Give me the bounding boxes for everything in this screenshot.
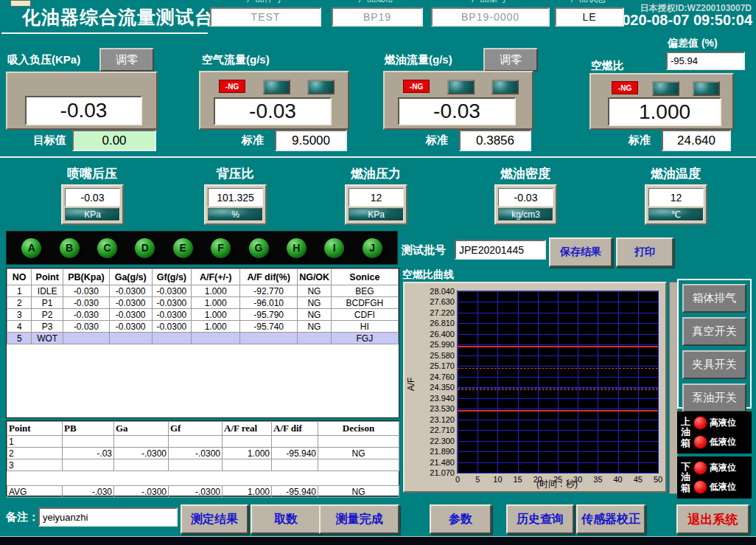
low-level-indicator-light xyxy=(693,435,707,449)
result-row-5[interactable]: 5WOTFGJ xyxy=(7,333,399,344)
deviation-label: 偏差值 (%) xyxy=(668,37,718,50)
summary-cell xyxy=(114,471,169,486)
summary-cell xyxy=(318,471,399,486)
result-cell: 3 xyxy=(7,309,32,321)
afr-status-lamp-1 xyxy=(652,81,679,96)
target-label: 目标值 xyxy=(33,133,66,147)
fuel-std-field[interactable]: 0.3856 xyxy=(459,130,531,151)
results-col-header: Gf(g/s) xyxy=(152,269,192,285)
summary-cell xyxy=(114,436,169,448)
gauge-value-1: -0.03 xyxy=(65,188,120,206)
summary-cell: -95.940 xyxy=(272,486,318,498)
section-divider xyxy=(0,156,756,158)
result-cell: 5 xyxy=(7,333,32,344)
afr-display: 1.000 xyxy=(608,97,721,126)
summary-cell xyxy=(169,471,223,486)
air-flow-panel: -NG -0.03 xyxy=(199,71,349,130)
params-button[interactable]: 参数 xyxy=(430,504,491,534)
summary-col-header: Decison xyxy=(318,422,399,436)
sonic-indicator-strip: ABCDEFGHIJ xyxy=(6,231,398,265)
gauge-unit-button-4[interactable]: kg/cm3 xyxy=(498,208,553,221)
result-cell xyxy=(192,333,240,344)
gauge-value-5: 12 xyxy=(648,188,704,206)
result-cell: -0.030 xyxy=(63,309,109,321)
gauge-unit-button-2[interactable]: % xyxy=(208,208,263,221)
result-row-1[interactable]: 1IDLE-0.030-0.0300-0.03001.000-92.770NGB… xyxy=(7,285,399,297)
result-cell: -0.0300 xyxy=(109,321,152,333)
result-row-2[interactable]: 2P1-0.030-0.0300-0.03001.000-96.010NGBCD… xyxy=(7,297,399,309)
results-col-header: Point xyxy=(32,269,63,285)
gauge-5: 12℃ xyxy=(645,184,707,225)
indicator-ball-B: B xyxy=(60,238,80,258)
y-tick-label: 26.400 xyxy=(430,330,455,339)
result-cell: NG xyxy=(298,309,332,321)
gauge-value-3: 12 xyxy=(349,188,404,206)
gauge-unit-button-5[interactable]: ℃ xyxy=(648,208,704,221)
product-field-label-4: 产品状态 xyxy=(555,0,621,4)
result-cell: P1 xyxy=(32,297,63,309)
exit-system-button[interactable]: 退出系统 xyxy=(676,504,749,534)
product-field-4[interactable]: LE xyxy=(555,7,624,27)
fixture-switch-button[interactable]: 夹具开关 xyxy=(682,350,746,379)
history-query-button[interactable]: 历史查询 xyxy=(506,504,574,534)
summary-table: PointPBGaGfA/F realA/F difDecison12-.03-… xyxy=(6,420,399,496)
zero-button-suction[interactable]: 调零 xyxy=(99,48,154,72)
note-input[interactable]: yeiyuanzhi xyxy=(38,507,178,527)
sensor-calibration-button[interactable]: 传感器校正 xyxy=(576,504,645,534)
zero-button-fuel[interactable]: 调零 xyxy=(483,48,538,72)
title-underline xyxy=(1,32,208,34)
result-cell: -0.0300 xyxy=(152,309,192,321)
result-cell: 1.000 xyxy=(192,285,240,297)
result-row-4[interactable]: 4P3-0.030-0.0300-0.03001.000-95.740NGHI xyxy=(7,321,399,333)
gauge-unit-button-1[interactable]: KPa xyxy=(65,208,120,221)
y-tick-label: 22.300 xyxy=(430,437,455,445)
result-row-3[interactable]: 3P2-0.030-0.0300-0.03001.000-95.790NGCDF… xyxy=(7,309,399,321)
suction-pressure-label: 吸入负压(KPa) xyxy=(7,53,80,67)
oil-pump-switch-button[interactable]: 泵油开关 xyxy=(682,383,746,412)
result-cell: CDFI xyxy=(331,309,398,321)
afr-std-field[interactable]: 24.640 xyxy=(662,130,731,151)
tank-level-rows: 高液位低液位 xyxy=(693,414,749,451)
gauge-unit-button-3[interactable]: KPa xyxy=(349,208,404,221)
batch-label: 测试批号 xyxy=(402,243,446,257)
y-tick-label: 25.990 xyxy=(430,340,455,349)
y-tick-label: 27.630 xyxy=(430,297,455,306)
air-std-label: 标准 xyxy=(242,133,264,147)
result-cell: P2 xyxy=(32,309,63,321)
summary-cell: 1 xyxy=(7,436,63,448)
summary-col-header: Gf xyxy=(169,422,223,436)
measure-result-button[interactable]: 测定结果 xyxy=(181,504,248,534)
v-gridline xyxy=(518,291,519,473)
app-window: 化油器综合流量测试台 日本授权ID:WZ200103007D 2020-08-0… xyxy=(0,0,756,545)
result-cell: HI xyxy=(331,321,398,333)
box-exhaust-button[interactable]: 箱体排气 xyxy=(682,284,746,313)
datetime: 2020-08-07 09:50:04 xyxy=(614,12,752,29)
target-value-field[interactable]: 0.00 xyxy=(72,130,156,151)
summary-col-header: PB xyxy=(63,422,114,436)
product-field-1[interactable]: TEST xyxy=(210,7,321,27)
result-cell xyxy=(152,333,192,344)
fetch-data-button[interactable]: 取数 xyxy=(251,504,321,534)
print-button[interactable]: 打印 xyxy=(616,237,673,267)
deviation-field: -95.94 xyxy=(666,52,745,70)
gauge-2: 101.325% xyxy=(204,184,267,225)
result-cell: FGJ xyxy=(331,333,398,344)
air-std-field[interactable]: 9.5000 xyxy=(275,130,347,151)
suction-pressure-panel: -0.03 xyxy=(6,72,158,130)
product-field-2[interactable]: BP19 xyxy=(332,7,423,27)
measure-complete-button[interactable]: 测量完成 xyxy=(319,504,399,534)
batch-input[interactable]: JPE20201445 xyxy=(455,240,546,260)
result-cell: -0.0300 xyxy=(109,297,152,309)
y-tick-label: 23.120 xyxy=(430,415,455,424)
indicator-ball-I: I xyxy=(324,238,344,258)
indicator-ball-G: G xyxy=(249,238,269,258)
summary-cell xyxy=(63,459,114,471)
level-label: 低液位 xyxy=(710,436,736,448)
summary-cell xyxy=(272,471,318,486)
vacuum-switch-button[interactable]: 真空开关 xyxy=(682,317,746,346)
save-results-button[interactable]: 保存结果 xyxy=(549,237,612,267)
product-field-3[interactable]: BP19-0000 xyxy=(431,7,550,27)
summary-cell: -.0300 xyxy=(114,486,169,498)
v-gridline xyxy=(578,291,578,473)
solid-reference-line xyxy=(458,410,658,412)
